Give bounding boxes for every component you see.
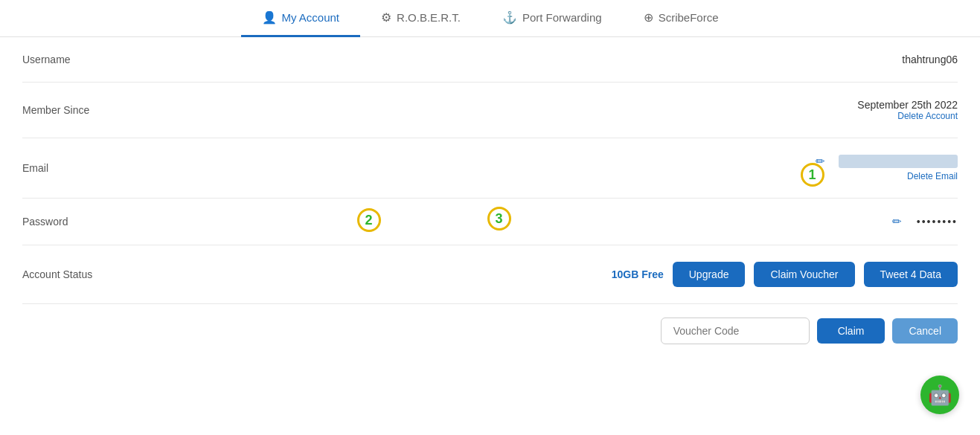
claim-voucher-button[interactable]: Claim Voucher [754, 262, 854, 287]
email-label: Email [22, 162, 112, 174]
free-badge: 10GB Free [612, 268, 664, 280]
account-icon: 👤 [262, 10, 277, 25]
member-since-value-container: September 25th 2022 Delete Account [857, 99, 958, 121]
edit-email-icon[interactable]: ✏ [816, 155, 825, 168]
navigation-tabs: 👤 My Account ⚙ R.O.B.E.R.T. ⚓ Port Forwa… [0, 0, 980, 37]
tweet-button[interactable]: Tweet 4 Data [864, 262, 958, 287]
upgrade-button[interactable]: Upgrade [673, 262, 746, 287]
email-row: Email ✏ Delete Email [22, 138, 958, 199]
tab-port-forwarding[interactable]: ⚓ Port Forwarding [481, 0, 623, 37]
account-status-label: Account Status [22, 268, 112, 280]
delete-email-link[interactable]: Delete Email [907, 171, 958, 181]
email-right-container: ✏ Delete Email [816, 155, 958, 181]
voucher-code-input[interactable] [661, 318, 810, 344]
tab-scribeforce-label: ScribeForce [659, 11, 719, 24]
tab-robert[interactable]: ⚙ R.O.B.E.R.T. [360, 0, 481, 37]
account-status-row: Account Status 2 ↓ 3 ↓ 10GB Free Upgrade… [22, 245, 958, 304]
username-value: thahtrung06 [902, 54, 958, 65]
delete-account-link[interactable]: Delete Account [857, 111, 958, 121]
scribeforce-icon: ⊕ [644, 10, 653, 25]
tab-robert-label: R.O.B.E.R.T. [397, 11, 461, 24]
tab-scribeforce[interactable]: ⊕ ScribeForce [623, 0, 740, 37]
port-icon: ⚓ [502, 10, 517, 25]
account-status-buttons: 10GB Free Upgrade Claim Voucher Tweet 4 … [612, 262, 958, 287]
password-label: Password [22, 216, 112, 228]
main-content: Username thahtrung06 Member Since Septem… [0, 37, 980, 358]
member-since-row: Member Since September 25th 2022 Delete … [22, 83, 958, 138]
member-since-label: Member Since [22, 104, 112, 116]
username-label: Username [22, 54, 112, 65]
claim-button[interactable]: Claim [817, 318, 885, 344]
robert-icon: ⚙ [381, 10, 391, 25]
voucher-row: Claim Cancel [22, 304, 958, 358]
tab-my-account[interactable]: 👤 My Account [241, 0, 361, 37]
password-dots: •••••••• [917, 216, 958, 228]
password-right: ✏ •••••••• [892, 215, 958, 228]
email-blurred-value [839, 155, 958, 168]
member-since-date: September 25th 2022 [857, 99, 958, 111]
cancel-button[interactable]: Cancel [892, 318, 958, 344]
tab-port-forwarding-label: Port Forwarding [522, 11, 602, 24]
username-row: Username thahtrung06 [22, 37, 958, 83]
edit-password-icon[interactable]: ✏ [892, 215, 902, 228]
email-top: ✏ [816, 155, 958, 168]
tab-my-account-label: My Account [282, 11, 340, 24]
password-row: Password 1 ↓ ✏ •••••••• [22, 199, 958, 245]
